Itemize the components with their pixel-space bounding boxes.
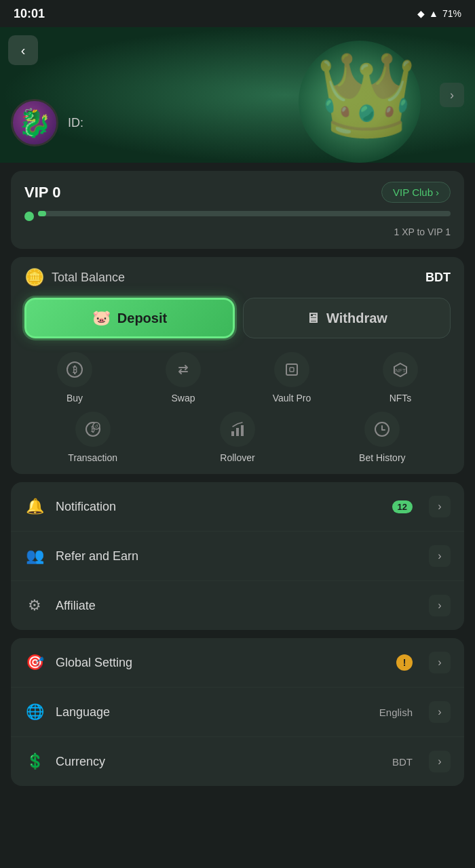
global-setting-icon: 🎯 [24,652,45,673]
buy-label: Buy [66,393,83,403]
icon-rollover[interactable]: Rollover [169,412,305,463]
svg-text:↺: ↺ [94,424,98,429]
icon-transaction[interactable]: ₿ ↺ Transaction [24,412,161,463]
notification-label: Notification [56,500,381,514]
vip-progress-dot [24,212,34,221]
battery-icon: 71% [442,8,461,19]
balance-coin-icon: 🪙 [24,268,45,287]
svg-rect-10 [231,431,234,436]
refer-earn-label: Refer and Earn [56,549,418,564]
vip-progress-bar [38,211,451,216]
rollover-icon-circle [220,412,255,447]
withdraw-icon: 🖥 [306,311,320,326]
vault-pro-icon-circle [274,352,309,387]
withdraw-label: Withdraw [326,311,387,326]
notification-badge: 12 [392,500,413,513]
icon-bet-history[interactable]: Bet History [314,412,451,463]
affiliate-icon: ⚙ [24,595,45,616]
deposit-label: Deposit [117,311,167,326]
bet-history-label: Bet History [359,452,405,463]
user-id: ID: [68,116,83,130]
svg-rect-3 [290,368,294,372]
buy-icon-circle: ₿ [57,352,92,387]
vip-progress-fill [38,211,46,216]
language-arrow: › [429,701,451,723]
wifi-icon: ▲ [429,8,438,19]
rollover-label: Rollover [220,452,254,463]
vip-xp-text: 1 XP to VIP 1 [394,226,451,237]
deposit-icon: 🐷 [92,309,111,327]
user-info: 🐉 ID: [11,99,83,146]
balance-label: Total Balance [52,271,125,285]
language-icon: 🌐 [24,702,45,722]
deposit-button[interactable]: 🐷 Deposit [24,298,235,338]
svg-rect-11 [236,428,239,436]
icon-swap[interactable]: Swap [133,352,233,403]
refer-earn-icon: 👥 [24,546,45,566]
icon-buy[interactable]: ₿ Buy [24,352,125,403]
icon-vault-pro[interactable]: Vault Pro [242,352,342,403]
transaction-icon-circle: ₿ ↺ [75,412,111,447]
swap-label: Swap [171,393,195,403]
action-row: 🐷 Deposit 🖥 Withdraw [24,298,451,338]
quick-icons-row1: ₿ Buy Swap [24,352,451,403]
vip-label: VIP 0 [24,184,60,201]
header-banner: 👑 ‹ › 🐉 ID: [0,27,475,163]
balance-card: 🪙 Total Balance BDT 🐷 Deposit 🖥 Withdraw [11,257,464,474]
notification-arrow: › [429,496,451,517]
notification-item[interactable]: 🔔 Notification 12 › [11,482,464,532]
global-setting-arrow: › [429,652,451,673]
vault-pro-label: Vault Pro [273,393,311,403]
swap-icon-circle [166,352,201,387]
vip-club-arrow: › [436,186,439,198]
vip-header: VIP 0 VIP Club › [24,182,451,203]
menu-card: 🔔 Notification 12 › 👥 Refer and Earn › ⚙… [11,482,464,630]
currency-value: BDT [392,756,413,768]
currency-icon: 💲 [24,751,45,772]
vip-progress-row [24,211,451,222]
nfts-icon-circle: NFT [383,352,418,387]
affiliate-label: Affiliate [56,599,418,613]
affiliate-arrow: › [429,595,451,616]
status-icons: ◆ ▲ 71% [417,8,461,19]
vip-club-label: VIP Club [393,186,433,198]
balance-currency: BDT [425,271,451,285]
bet-history-icon-circle [364,412,400,447]
vip-card: VIP 0 VIP Club › 1 XP to VIP 1 [11,171,464,249]
vip-club-button[interactable]: VIP Club › [381,182,451,203]
svg-text:₿: ₿ [73,365,77,375]
global-setting-label: Global Setting [56,656,385,670]
currency-arrow: › [429,751,451,772]
svg-rect-2 [286,364,297,375]
global-setting-warning: ! [396,654,413,671]
status-bar: 10:01 ◆ ▲ 71% [0,0,475,27]
refer-earn-item[interactable]: 👥 Refer and Earn › [11,532,464,581]
icon-nfts[interactable]: NFT NFTs [350,352,451,403]
balance-left: 🪙 Total Balance [24,268,125,287]
language-label: Language [56,705,368,719]
notification-icon: 🔔 [24,496,45,517]
nfts-label: NFTs [390,393,412,403]
main-content: VIP 0 VIP Club › 1 XP to VIP 1 🪙 Total B… [0,163,475,794]
vip-xp: 1 XP to VIP 1 [24,226,451,238]
withdraw-button[interactable]: 🖥 Withdraw [243,298,451,338]
balance-header: 🪙 Total Balance BDT [24,268,451,287]
settings-card: 🎯 Global Setting ! › 🌐 Language English … [11,638,464,786]
language-item[interactable]: 🌐 Language English › [11,688,464,737]
currency-item[interactable]: 💲 Currency BDT › [11,737,464,786]
back-button[interactable]: ‹ [8,35,38,65]
affiliate-item[interactable]: ⚙ Affiliate › [11,581,464,630]
currency-label: Currency [56,755,381,769]
avatar-emoji: 🐉 [18,107,52,139]
status-time: 10:01 [14,7,45,21]
banner-character: 👑 [292,27,441,163]
avatar: 🐉 [11,99,58,146]
transaction-label: Transaction [68,452,117,463]
signal-icon: ◆ [417,8,425,19]
language-value: English [379,707,413,718]
refer-earn-arrow: › [429,545,451,567]
svg-text:NFT: NFT [395,368,406,374]
svg-rect-12 [241,425,244,436]
global-setting-item[interactable]: 🎯 Global Setting ! › [11,638,464,688]
forward-button[interactable]: › [440,83,464,107]
